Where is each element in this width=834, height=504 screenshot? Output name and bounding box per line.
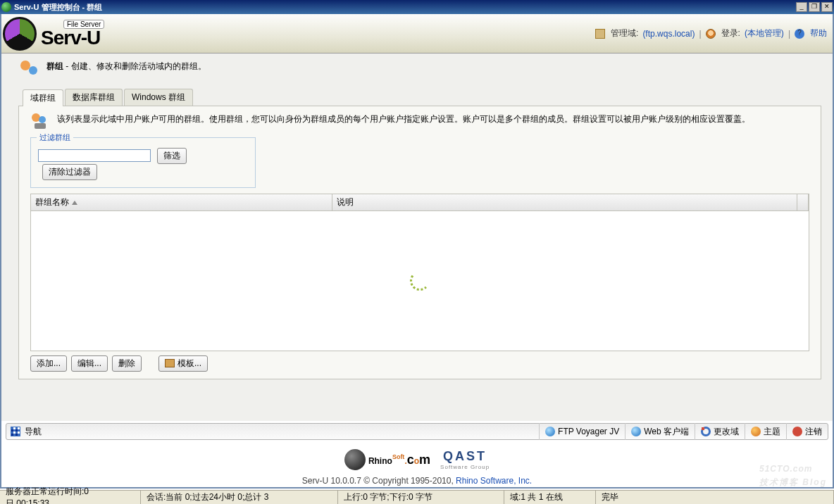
theme-icon: [751, 427, 761, 436]
page-title: 群组: [46, 61, 63, 71]
nav-webclient[interactable]: Web 客户端: [625, 423, 695, 440]
nav-right: FTP Voyager JV Web 客户端 更改域 主题 注销: [539, 423, 828, 440]
clear-filter-button[interactable]: 清除过滤器: [42, 164, 97, 180]
app-frame: File Server Serv-U 管理域: (ftp.wqs.local) …: [0, 14, 834, 489]
minimize-button[interactable]: _: [796, 2, 807, 12]
nav-grid-icon[interactable]: [11, 427, 20, 436]
login-label: 登录:: [721, 27, 740, 39]
loading-spinner-icon: [410, 271, 430, 291]
col-group-name[interactable]: 群组名称: [31, 194, 332, 210]
qast-logo: QAST Software Group: [440, 449, 490, 470]
window-title: Serv-U 管理控制台 - 群组: [14, 2, 795, 13]
groups-icon: [18, 61, 39, 79]
manager-icon: [701, 427, 711, 436]
page-title-row: 群组 - 创建、修改和删除活动域内的群组。: [46, 61, 206, 73]
page-subtitle: - 创建、修改和删除活动域内的群组。: [63, 61, 206, 71]
main-content: 群组 - 创建、修改和删除活动域内的群组。 域群组 数据库群组 Windows …: [1, 53, 833, 421]
filter-button[interactable]: 筛选: [157, 148, 187, 164]
domain-label: 管理域:: [611, 27, 638, 39]
domain-icon: [595, 29, 605, 39]
col-description[interactable]: 说明: [332, 194, 797, 210]
col-spacer: [797, 194, 809, 210]
groups-grid: 群组名称 说明: [30, 194, 809, 351]
os-statusbar: 服务器正常运行时间:0 日,00:15:33 会话:当前 0;过去24小时 0;…: [0, 490, 834, 504]
window-titlebar: Serv-U 管理控制台 - 群组 _ ❐ ✕: [0, 0, 834, 14]
status-domains: 域:1 共 1 在线: [504, 491, 596, 504]
tabs: 域群组 数据库群组 Windows 群组: [18, 89, 821, 106]
copyright-link[interactable]: Rhino Software, Inc.: [456, 476, 532, 486]
nav-left: 导航: [6, 426, 42, 438]
tab-windows-groups[interactable]: Windows 群组: [124, 89, 193, 106]
delete-button[interactable]: 删除: [112, 355, 142, 372]
help-link[interactable]: 帮助: [810, 27, 827, 39]
status-state: 完毕: [596, 491, 834, 504]
copyright: Serv-U 10.0.0.7 © Copyright 1995-2010, R…: [1, 476, 833, 486]
logout-icon: [792, 427, 802, 436]
panel-description-row: 该列表显示此域中用户账户可用的群组。使用群组，您可以向身份为群组成员的每个用户账…: [30, 113, 809, 130]
user-icon: [706, 29, 716, 39]
nav-logout[interactable]: 注销: [786, 423, 828, 440]
status-traffic: 上行:0 字节;下行:0 字节: [338, 491, 504, 504]
grid-actions: 添加... 编辑... 删除 模板...: [30, 351, 809, 372]
brand-banner: File Server Serv-U 管理域: (ftp.wqs.local) …: [1, 14, 833, 53]
edit-button[interactable]: 编辑...: [71, 355, 108, 372]
logo-name: Serv-U: [41, 29, 104, 47]
rhino-sphere-icon: [344, 449, 366, 470]
nav-voyager[interactable]: FTP Voyager JV: [539, 423, 625, 440]
login-link[interactable]: (本地管理): [745, 27, 784, 39]
template-button[interactable]: 模板...: [158, 355, 208, 372]
template-icon: [165, 359, 175, 367]
panel-description: 该列表显示此域中用户账户可用的群组。使用群组，您可以向身份为群组成员的每个用户账…: [57, 113, 750, 125]
domain-groups-panel: 该列表显示此域中用户账户可用的群组。使用群组，您可以向身份为群组成员的每个用户账…: [18, 106, 821, 379]
status-uptime: 服务器正常运行时间:0 日,00:15:33: [0, 491, 141, 504]
rhino-logo: RhinoSoft.com: [344, 449, 430, 470]
close-button[interactable]: ✕: [821, 2, 833, 12]
tab-db-groups[interactable]: 数据库群组: [65, 89, 123, 106]
panel-icon: [30, 113, 50, 130]
filter-input[interactable]: [38, 149, 151, 162]
globe-icon: [631, 427, 641, 436]
grid-body: [31, 211, 809, 351]
domain-link[interactable]: (ftp.wqs.local): [642, 29, 695, 39]
restore-button[interactable]: ❐: [809, 2, 820, 12]
grid-header: 群组名称 说明: [31, 194, 809, 211]
filter-legend: 过滤群组: [37, 132, 73, 143]
nav-theme[interactable]: 主题: [745, 423, 786, 440]
bottom-navbar: 导航 FTP Voyager JV Web 客户端 更改域 主题 注销: [6, 423, 828, 440]
app-icon: [1, 2, 11, 12]
footer: RhinoSoft.com QAST Software Group Serv-U…: [1, 442, 833, 487]
nav-change-domain[interactable]: 更改域: [695, 423, 745, 440]
header-links: 管理域: (ftp.wqs.local) | 登录: (本地管理) | ? 帮助: [146, 27, 833, 39]
add-button[interactable]: 添加...: [30, 355, 67, 372]
sort-asc-icon: [72, 201, 77, 205]
filter-groupbox: 过滤群组 筛选 清除过滤器: [30, 137, 256, 188]
navigate-label[interactable]: 导航: [25, 426, 42, 438]
globe-icon: [545, 427, 555, 436]
logo: File Server Serv-U: [1, 14, 146, 53]
status-sessions: 会话:当前 0;过去24小时 0;总计 3: [141, 491, 338, 504]
footer-logos: RhinoSoft.com QAST Software Group: [1, 446, 833, 473]
help-icon: ?: [795, 29, 804, 39]
logo-swirl-icon: [3, 17, 37, 51]
page-header: 群组 - 创建、修改和删除活动域内的群组。: [18, 58, 821, 89]
tab-domain-groups[interactable]: 域群组: [23, 89, 63, 106]
